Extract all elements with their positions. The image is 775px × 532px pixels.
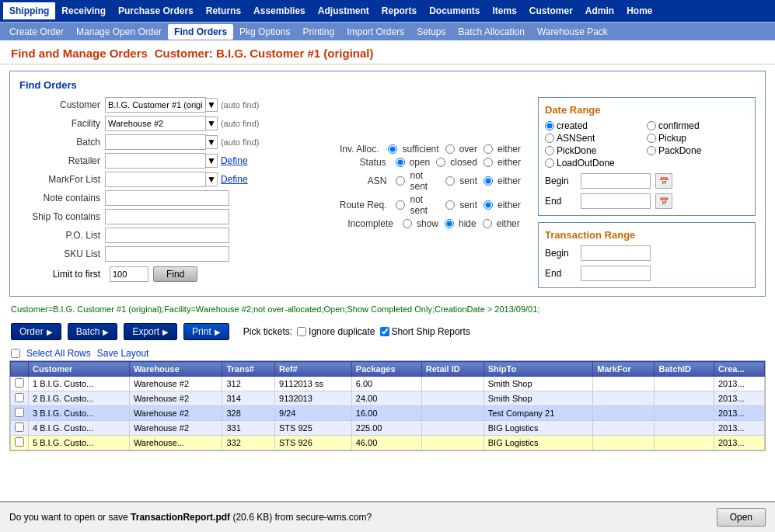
trans-end-input[interactable] [581, 266, 651, 281]
nav-home[interactable]: Home [620, 2, 658, 19]
nav-documents[interactable]: Documents [423, 2, 486, 19]
table-row[interactable]: 5 B.I.G. Custo... Warehouse... 332 STS 9… [11, 436, 765, 450]
export-button[interactable]: Export ▶ [124, 323, 177, 340]
incomplete-either[interactable] [483, 219, 492, 228]
markfor-define[interactable]: Define [221, 174, 248, 185]
row-check-1[interactable] [15, 378, 24, 388]
inv-alloc-either[interactable] [484, 144, 493, 154]
customer-input[interactable] [105, 97, 206, 113]
nav-create-order[interactable]: Create Order [3, 24, 70, 40]
row-check-4[interactable] [15, 422, 24, 432]
table-row[interactable]: 3 B.I.G. Custo... Warehouse #2 328 9/24 … [11, 406, 765, 421]
th-created[interactable]: Crea... [714, 362, 764, 377]
order-button[interactable]: Order ▶ [11, 323, 61, 340]
nav-import-orders[interactable]: Import Orders [340, 24, 410, 40]
markfor-input[interactable] [105, 172, 206, 187]
select-all-link[interactable]: Select All Rows [26, 348, 91, 359]
nav-pkg-options[interactable]: Pkg Options [233, 24, 296, 40]
note-input[interactable] [105, 190, 229, 206]
batch-input[interactable] [105, 134, 206, 150]
status-open[interactable] [396, 158, 405, 167]
table-row[interactable]: 1 B.I.G. Custo... Warehouse #2 312 91120… [11, 377, 765, 391]
th-packages[interactable]: Packages [351, 362, 421, 377]
th-batchid[interactable]: BatchID [655, 362, 714, 377]
nav-admin[interactable]: Admin [579, 2, 620, 19]
table-row[interactable]: 2 B.I.G. Custo... Warehouse #2 314 91320… [11, 391, 765, 406]
nav-assemblies[interactable]: Assemblies [247, 2, 312, 19]
asn-not-sent[interactable] [396, 176, 405, 186]
begin-date-input[interactable] [581, 173, 651, 189]
shipto-input[interactable] [105, 209, 229, 224]
route-sent[interactable] [445, 200, 455, 210]
nav-manage-open-order[interactable]: Manage Open Order [70, 24, 168, 40]
retailer-define[interactable]: Define [221, 155, 248, 166]
facility-dropdown-arrow[interactable]: ▼ [206, 116, 218, 130]
end-date-input[interactable] [581, 193, 651, 209]
date-radio-asnsent[interactable] [545, 134, 554, 143]
route-not-sent[interactable] [396, 200, 405, 210]
incomplete-hide[interactable] [445, 219, 454, 228]
nav-setups[interactable]: Setups [410, 24, 452, 40]
begin-calendar-btn[interactable]: 📅 [655, 173, 672, 189]
facility-input[interactable] [105, 116, 206, 131]
inv-alloc-sufficient[interactable] [388, 144, 397, 154]
nav-customer[interactable]: Customer [523, 2, 579, 19]
date-radio-created[interactable] [545, 121, 554, 130]
batch-dropdown-arrow[interactable]: ▼ [206, 135, 218, 149]
date-radio-confirmed[interactable] [647, 121, 656, 130]
print-button[interactable]: Print ▶ [183, 323, 229, 340]
row-check-2[interactable] [15, 393, 24, 402]
nav-adjustment[interactable]: Adjustment [312, 2, 375, 19]
markfor-dropdown-arrow[interactable]: ▼ [206, 172, 218, 186]
th-warehouse[interactable]: Warehouse [129, 362, 222, 377]
date-radio-packdone[interactable] [647, 146, 656, 155]
asn-sent[interactable] [445, 176, 455, 186]
customer-dropdown-arrow[interactable]: ▼ [206, 98, 218, 112]
select-all-checkbox[interactable] [11, 349, 20, 358]
th-markfor[interactable]: MarkFor [593, 362, 655, 377]
print-arrow-icon: ▶ [215, 328, 221, 336]
asn-either[interactable] [484, 176, 493, 186]
date-created-label: created [557, 120, 588, 131]
sku-input[interactable] [105, 246, 229, 262]
limit-input[interactable]: 100 [110, 266, 148, 282]
end-calendar-btn[interactable]: 📅 [655, 193, 672, 209]
retailer-dropdown-arrow[interactable]: ▼ [206, 154, 218, 168]
nav-receiving[interactable]: Receiving [55, 2, 112, 19]
nav-purchase-orders[interactable]: Purchase Orders [112, 2, 200, 19]
nav-shipping[interactable]: Shipping [3, 2, 55, 19]
nav-reports[interactable]: Reports [375, 2, 423, 19]
status-either[interactable] [484, 158, 493, 167]
save-layout-link[interactable]: Save Layout [97, 348, 149, 359]
th-trans[interactable]: Trans# [222, 362, 275, 377]
nav-batch-allocation[interactable]: Batch Allocation [452, 24, 531, 40]
status-closed[interactable] [436, 158, 445, 167]
batch-button[interactable]: Batch ▶ [68, 323, 118, 340]
nav-printing[interactable]: Printing [296, 24, 340, 40]
inv-alloc-over[interactable] [445, 144, 455, 154]
date-radio-pickup[interactable] [647, 134, 656, 143]
ignore-duplicate-checkbox[interactable] [297, 327, 306, 336]
trans-begin-label: Begin [545, 248, 576, 259]
row-check-3[interactable] [15, 408, 24, 417]
date-radio-loadoutdone[interactable] [545, 158, 554, 168]
po-input[interactable] [105, 228, 229, 243]
th-ref[interactable]: Ref# [275, 362, 352, 377]
trans-begin-input[interactable] [581, 245, 651, 261]
nav-find-orders[interactable]: Find Orders [168, 24, 233, 40]
th-customer[interactable]: Customer [29, 362, 130, 377]
date-radio-pickdone[interactable] [545, 146, 554, 155]
row-check-5[interactable] [15, 437, 24, 447]
th-retail-id[interactable]: Retail ID [421, 362, 484, 377]
find-button[interactable]: Find [153, 266, 197, 282]
nav-items[interactable]: Items [486, 2, 522, 19]
short-ship-checkbox[interactable] [380, 327, 389, 336]
table-row[interactable]: 4 B.I.G. Custo... Warehouse #2 331 STS 9… [11, 421, 765, 436]
nav-returns[interactable]: Returns [200, 2, 247, 19]
open-button[interactable]: Open [717, 508, 766, 527]
route-either[interactable] [484, 200, 493, 210]
nav-warehouse-pack[interactable]: Warehouse Pack [531, 24, 614, 40]
th-shipto[interactable]: ShipTo [484, 362, 593, 377]
incomplete-show[interactable] [403, 219, 412, 228]
retailer-input[interactable] [105, 153, 206, 169]
